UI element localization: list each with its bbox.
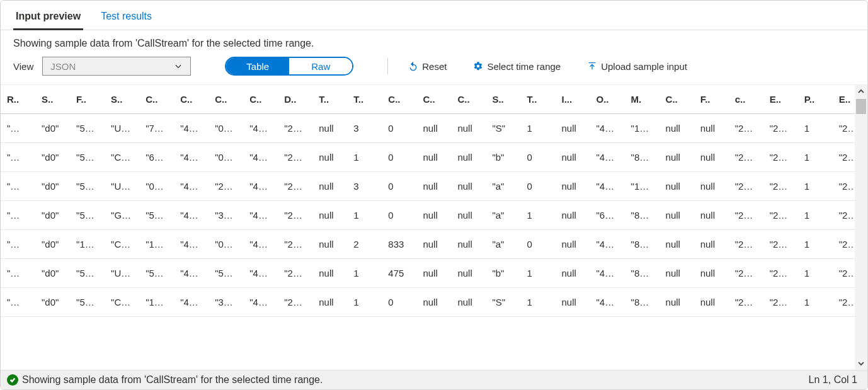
column-header[interactable]: C.. bbox=[174, 85, 208, 114]
table-cell: "4… bbox=[174, 143, 208, 172]
table-cell: "… bbox=[1, 143, 35, 172]
table-cell: 1 bbox=[798, 259, 833, 288]
table-cell: 1 bbox=[520, 114, 555, 143]
data-table: R..S..F..S..C..C..C..C..D..T..T..C..C..C… bbox=[1, 85, 867, 317]
seg-raw-button[interactable]: Raw bbox=[289, 58, 352, 74]
column-header[interactable]: T.. bbox=[347, 85, 382, 114]
column-header[interactable]: D.. bbox=[278, 85, 312, 114]
table-cell: "4… bbox=[243, 114, 278, 143]
column-header[interactable]: E.. bbox=[763, 85, 798, 114]
table-cell: 1 bbox=[520, 201, 555, 230]
tab-input-preview[interactable]: Input preview bbox=[13, 7, 83, 30]
table-cell: "2… bbox=[729, 114, 763, 143]
table-cell: null bbox=[660, 143, 694, 172]
column-header[interactable]: C.. bbox=[382, 85, 416, 114]
table-cell: null bbox=[694, 288, 729, 317]
column-header[interactable]: T.. bbox=[520, 85, 555, 114]
column-header[interactable]: S.. bbox=[35, 85, 70, 114]
success-icon bbox=[7, 374, 18, 386]
table-cell: 1 bbox=[347, 259, 382, 288]
table-cell: "1… bbox=[139, 288, 174, 317]
table-cell: "2… bbox=[278, 259, 312, 288]
table-cell: null bbox=[451, 201, 486, 230]
view-dropdown[interactable]: JSON bbox=[42, 57, 191, 76]
table-row[interactable]: "…"d0""5…"G…"5…"4…"3…"4…"2…null10nullnul… bbox=[1, 201, 867, 230]
seg-table-button[interactable]: Table bbox=[226, 58, 289, 74]
table-row[interactable]: "…"d0""1…"C…"1…"4…"0…"4…"2…null2833nulln… bbox=[1, 230, 867, 259]
table-cell: 1 bbox=[798, 143, 833, 172]
table-cell: "8… bbox=[625, 259, 660, 288]
column-header[interactable]: F.. bbox=[70, 85, 105, 114]
table-cell: null bbox=[416, 172, 451, 201]
column-header[interactable]: C.. bbox=[139, 85, 174, 114]
reset-button[interactable]: Reset bbox=[408, 61, 447, 72]
table-cell: "0… bbox=[139, 172, 174, 201]
table-cell: "2… bbox=[729, 201, 763, 230]
table-row[interactable]: "…"d0""5…"C…"6…"4…"0…"4…"2…null10nullnul… bbox=[1, 143, 867, 172]
cursor-position: Ln 1, Col 1 bbox=[809, 374, 857, 386]
table-cell: null bbox=[556, 143, 590, 172]
table-cell: "C… bbox=[105, 288, 139, 317]
column-header[interactable]: C.. bbox=[451, 85, 486, 114]
table-cell: null bbox=[312, 114, 347, 143]
table-cell: "… bbox=[1, 259, 35, 288]
table-cell: "2… bbox=[763, 172, 798, 201]
table-cell: null bbox=[312, 143, 347, 172]
table-row[interactable]: "…"d0""5…"C…"1…"4…"3…"4…"2…null10nullnul… bbox=[1, 288, 867, 317]
table-cell: 0 bbox=[382, 172, 416, 201]
table-cell: null bbox=[416, 230, 451, 259]
table-row[interactable]: "…"d0""5…"U…"7…"4…"0…"4…"2…null30nullnul… bbox=[1, 114, 867, 143]
table-cell: "6… bbox=[590, 201, 625, 230]
table-cell: null bbox=[451, 114, 486, 143]
table-cell: "2… bbox=[278, 201, 312, 230]
column-header[interactable]: C.. bbox=[243, 85, 278, 114]
table-row[interactable]: "…"d0""5…"U…"5…"4…"5…"4…"2…null1475nulln… bbox=[1, 259, 867, 288]
table-cell: null bbox=[416, 288, 451, 317]
table-cell: "6… bbox=[139, 143, 174, 172]
table-cell: 0 bbox=[382, 201, 416, 230]
table-cell: null bbox=[451, 288, 486, 317]
column-header[interactable]: F.. bbox=[694, 85, 729, 114]
column-header[interactable]: S.. bbox=[105, 85, 139, 114]
table-row[interactable]: "…"d0""5…"U…"0…"4…"2…"4…"2…null30nullnul… bbox=[1, 172, 867, 201]
column-header[interactable]: O.. bbox=[590, 85, 625, 114]
column-header[interactable]: c.. bbox=[729, 85, 763, 114]
table-cell: "a" bbox=[486, 230, 520, 259]
tab-bar: Input preview Test results bbox=[1, 1, 867, 30]
table-cell: "5… bbox=[139, 259, 174, 288]
table-cell: "4… bbox=[590, 259, 625, 288]
upload-sample-button[interactable]: Upload sample input bbox=[587, 61, 687, 72]
table-cell: 1 bbox=[520, 259, 555, 288]
view-dropdown-value: JSON bbox=[50, 61, 76, 72]
column-header[interactable]: S.. bbox=[486, 85, 520, 114]
table-cell: "4… bbox=[590, 288, 625, 317]
column-header[interactable]: C.. bbox=[660, 85, 694, 114]
table-cell: null bbox=[556, 201, 590, 230]
table-cell: "d0" bbox=[35, 143, 70, 172]
info-text: Showing sample data from 'CallStream' fo… bbox=[1, 30, 867, 54]
column-header[interactable]: C.. bbox=[208, 85, 243, 114]
scroll-down-icon[interactable] bbox=[855, 357, 867, 370]
table-cell: "8… bbox=[625, 288, 660, 317]
scroll-thumb[interactable] bbox=[856, 99, 866, 114]
column-header[interactable]: R.. bbox=[1, 85, 35, 114]
table-cell: "2… bbox=[763, 114, 798, 143]
scroll-up-icon[interactable] bbox=[855, 85, 867, 98]
table-cell: "2… bbox=[763, 201, 798, 230]
table-cell: "2… bbox=[278, 114, 312, 143]
column-header[interactable]: M. bbox=[625, 85, 660, 114]
table-cell: "2… bbox=[763, 230, 798, 259]
table-cell: 2 bbox=[347, 230, 382, 259]
table-cell: "4… bbox=[174, 201, 208, 230]
table-cell: null bbox=[312, 288, 347, 317]
column-header[interactable]: C.. bbox=[416, 85, 451, 114]
table-cell: "a" bbox=[486, 172, 520, 201]
vertical-scrollbar[interactable] bbox=[855, 85, 867, 370]
column-header[interactable]: T.. bbox=[312, 85, 347, 114]
table-cell: "d0" bbox=[35, 230, 70, 259]
select-time-range-button[interactable]: Select time range bbox=[473, 61, 561, 72]
column-header[interactable]: I... bbox=[556, 85, 590, 114]
column-header[interactable]: P.. bbox=[798, 85, 833, 114]
table-cell: "8… bbox=[625, 201, 660, 230]
tab-test-results[interactable]: Test results bbox=[98, 7, 154, 30]
